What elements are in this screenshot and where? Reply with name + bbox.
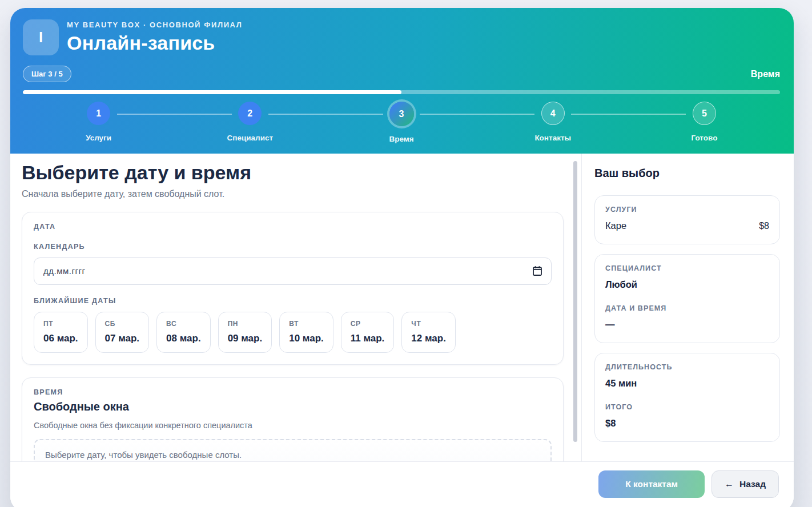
summary-value: —: [605, 319, 769, 330]
chip-date: 08 мар.: [166, 333, 201, 344]
summary-section: ДАТА И ВРЕМЯ—: [605, 304, 769, 330]
current-step-name: Время: [751, 69, 780, 79]
back-button-label: Назад: [739, 479, 766, 489]
chip-weekday: ВТ: [289, 320, 324, 328]
date-input[interactable]: дд.мм.гггг: [34, 257, 552, 285]
date-chip[interactable]: СБ07 мар.: [95, 312, 150, 353]
progress-bar-fill: [23, 90, 401, 94]
date-chip[interactable]: ЧТ12 мар.: [401, 312, 456, 353]
step-circle: 3: [389, 102, 414, 126]
chip-date: 10 мар.: [289, 333, 324, 344]
progress-bar: [23, 90, 780, 94]
chip-date: 09 мар.: [228, 333, 263, 344]
date-chip-list: ПТ06 мар.СБ07 мар.ВС08 мар.ПН09 мар.ВТ10…: [34, 312, 552, 353]
summary-section: ДЛИТЕЛЬНОСТЬ45 мин: [605, 363, 769, 389]
time-card-label: ВРЕМЯ: [34, 388, 552, 396]
chip-weekday: ПТ: [43, 320, 78, 328]
chip-date: 07 мар.: [105, 333, 140, 344]
summary-value: Любой: [605, 279, 769, 290]
step-label: Услуги: [86, 134, 111, 142]
empty-slots-message: Выберите дату, чтобы увидеть свободные с…: [34, 439, 552, 461]
free-slots-title: Свободные окна: [34, 400, 552, 413]
chip-weekday: ЧТ: [411, 320, 446, 328]
date-card: ДАТА КАЛЕНДАРЬ дд.мм.гггг БЛИЖАЙШИЕ ДАТЫ…: [22, 212, 564, 365]
summary-label: СПЕЦИАЛИСТ: [605, 264, 769, 272]
chip-weekday: СБ: [105, 320, 140, 328]
summary-label: ДЛИТЕЛЬНОСТЬ: [605, 363, 769, 371]
free-slots-subtitle: Свободные окна без фиксации конкретного …: [34, 421, 552, 430]
scrollbar-thumb[interactable]: [573, 161, 577, 442]
step-label: Готово: [691, 134, 717, 142]
calendar-icon[interactable]: [532, 265, 542, 276]
date-chip[interactable]: ПН09 мар.: [218, 312, 272, 353]
summary-card: УСЛУГИКаре$8: [594, 195, 780, 244]
date-chip[interactable]: ВС08 мар.: [156, 312, 211, 353]
summary-section: ИТОГО$8: [605, 403, 769, 429]
main-panel: Выберите дату и время Сначала выберите д…: [10, 154, 581, 461]
service-price: $8: [759, 221, 769, 231]
date-chip[interactable]: ПТ06 мар.: [34, 312, 88, 353]
brand-logo-letter: I: [39, 29, 43, 46]
time-card: ВРЕМЯ Свободные окна Свободные окна без …: [22, 377, 564, 461]
back-arrow-icon: ←: [725, 479, 734, 489]
chip-date: 12 мар.: [411, 333, 446, 344]
service-row: Каре$8: [605, 220, 769, 231]
chip-date: 06 мар.: [43, 333, 78, 344]
section-title: Выберите дату и время: [22, 161, 564, 184]
company-kicker: MY BEAUTY BOX · ОСНОВНОЙ ФИЛИАЛ: [67, 21, 242, 29]
summary-value: $8: [605, 418, 769, 429]
chip-date: 11 мар.: [351, 333, 385, 344]
step-label: Время: [389, 135, 413, 143]
step-контакты[interactable]: 4Контакты: [477, 102, 629, 143]
calendar-label: КАЛЕНДАРЬ: [34, 243, 552, 251]
summary-title: Ваш выбор: [594, 167, 780, 180]
summary-label: ДАТА И ВРЕМЯ: [605, 304, 769, 312]
step-circle: 1: [87, 102, 110, 125]
chip-weekday: СР: [351, 320, 385, 328]
footer-bar: К контактам ← Назад: [10, 461, 794, 507]
step-готово[interactable]: 5Готово: [629, 102, 780, 143]
summary-card: СПЕЦИАЛИСТЛюбойДАТА И ВРЕМЯ—: [594, 254, 780, 343]
step-label: Специалист: [227, 134, 274, 142]
back-button[interactable]: ← Назад: [711, 470, 779, 498]
summary-label: УСЛУГИ: [605, 206, 769, 214]
summary-value: 45 мин: [605, 378, 769, 389]
date-chip[interactable]: СР11 мар.: [341, 312, 395, 353]
brand-logo: I: [23, 19, 59, 55]
summary-label: ИТОГО: [605, 403, 769, 411]
summary-sidebar: Ваш выбор УСЛУГИКаре$8СПЕЦИАЛИСТЛюбойДАТ…: [581, 154, 794, 461]
chip-weekday: ПН: [228, 320, 263, 328]
step-circle: 5: [693, 102, 716, 125]
summary-section: УСЛУГИКаре$8: [605, 206, 769, 231]
date-card-label: ДАТА: [34, 223, 552, 231]
step-время[interactable]: 3Время: [325, 102, 477, 143]
date-input-placeholder: дд.мм.гггг: [43, 266, 85, 276]
summary-card-list: УСЛУГИКаре$8СПЕЦИАЛИСТЛюбойДАТА И ВРЕМЯ—…: [594, 195, 780, 442]
summary-section: СПЕЦИАЛИСТЛюбой: [605, 264, 769, 290]
section-subtitle: Сначала выберите дату, затем свободный с…: [22, 189, 564, 199]
summary-card: ДЛИТЕЛЬНОСТЬ45 минИТОГО$8: [594, 353, 780, 442]
step-circle: 2: [238, 102, 262, 125]
header: I MY BEAUTY BOX · ОСНОВНОЙ ФИЛИАЛ Онлайн…: [10, 8, 794, 154]
booking-widget: I MY BEAUTY BOX · ОСНОВНОЙ ФИЛИАЛ Онлайн…: [10, 8, 794, 507]
date-chip[interactable]: ВТ10 мар.: [279, 312, 333, 353]
step-специалист[interactable]: 2Специалист: [174, 102, 325, 143]
stepper: 1Услуги2Специалист3Время4Контакты5Готово: [23, 102, 780, 143]
step-услуги[interactable]: 1Услуги: [23, 102, 174, 143]
step-label: Контакты: [534, 134, 571, 142]
to-contacts-button[interactable]: К контактам: [598, 470, 705, 498]
nearest-dates-label: БЛИЖАЙШИЕ ДАТЫ: [34, 297, 552, 305]
step-badge: Шаг 3 / 5: [23, 66, 71, 82]
service-name: Каре: [605, 220, 626, 231]
page-title: Онлайн-запись: [67, 32, 242, 54]
step-circle: 4: [541, 102, 565, 125]
chip-weekday: ВС: [166, 320, 201, 328]
